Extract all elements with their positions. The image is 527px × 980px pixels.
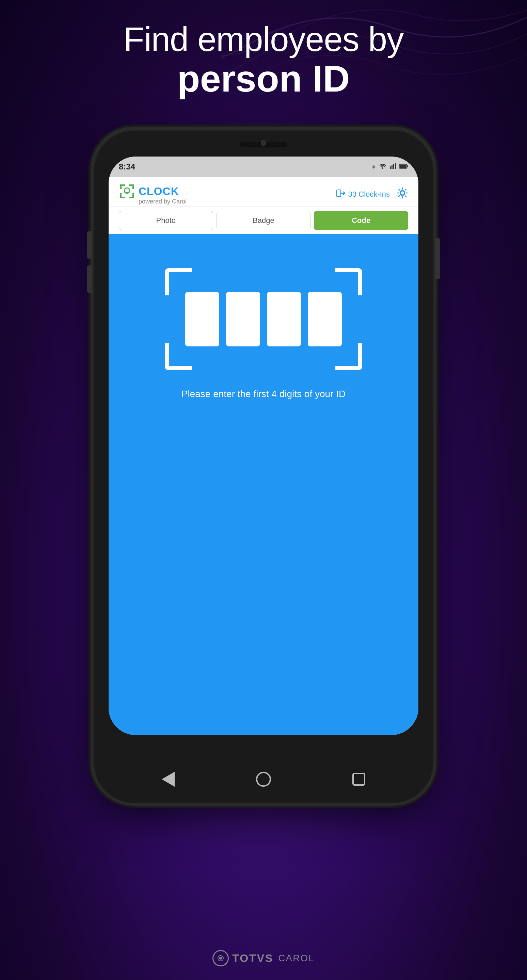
nav-home-button[interactable]: [253, 769, 274, 789]
header-line1: Find employees by: [0, 21, 527, 58]
corner-tr: [335, 268, 362, 295]
clock-scan-icon: [119, 183, 135, 199]
back-arrow-icon: [162, 772, 175, 787]
settings-gear-icon[interactable]: [396, 187, 408, 201]
corner-br: [335, 343, 362, 370]
nav-recents-button[interactable]: [349, 769, 369, 789]
svg-rect-1: [390, 166, 391, 169]
app-header-right: 33 Clock-Ins: [336, 187, 408, 201]
header-line2: person ID: [0, 58, 527, 99]
clock-powered-by: powered by Carol: [139, 198, 186, 205]
svg-rect-3: [393, 164, 394, 169]
clock-ins-count: 33 Clock-Ins: [348, 190, 390, 199]
svg-rect-2: [392, 165, 393, 169]
digit-box-2: [226, 292, 260, 347]
battery-icon: [399, 163, 408, 171]
front-camera: [261, 140, 266, 146]
svg-rect-15: [129, 197, 134, 198]
clock-app-title: CLOCK: [139, 185, 179, 198]
status-icons: ⌖: [372, 163, 408, 171]
scan-frame-container: [165, 268, 362, 370]
clock-ins-badge: 33 Clock-Ins: [336, 189, 390, 200]
clock-logo-row: CLOCK: [119, 183, 179, 199]
home-circle-icon: [256, 772, 271, 787]
volume-up-button: [87, 231, 92, 259]
app-content: Please enter the first 4 digits of your …: [108, 234, 419, 735]
signal-icon: [390, 163, 396, 171]
nav-back-button[interactable]: [158, 769, 178, 789]
svg-point-18: [128, 189, 129, 191]
app-header: CLOCK powered by Carol: [108, 177, 419, 207]
app-header-top: CLOCK powered by Carol: [119, 183, 408, 205]
phone-screen: 8:34 ⌖: [108, 156, 419, 735]
wifi-icon: [379, 163, 386, 171]
id-entry-prompt: Please enter the first 4 digits of your …: [182, 387, 345, 401]
svg-rect-7: [400, 165, 406, 168]
svg-point-20: [400, 191, 404, 195]
recents-square-icon: [352, 773, 365, 786]
svg-rect-6: [407, 165, 408, 167]
phone-shell: 8:34 ⌖: [93, 129, 434, 803]
svg-rect-11: [132, 185, 134, 189]
tab-photo[interactable]: Photo: [119, 211, 213, 230]
corner-bl: [165, 343, 192, 370]
svg-rect-9: [120, 185, 121, 189]
svg-point-17: [126, 189, 127, 191]
status-time: 8:34: [119, 162, 135, 172]
volume-down-button: [87, 266, 92, 293]
digit-boxes: [185, 292, 342, 347]
clock-logo: CLOCK powered by Carol: [119, 183, 186, 205]
svg-rect-4: [395, 163, 396, 169]
svg-point-22: [219, 957, 222, 959]
totvs-logo: TOTVS: [212, 950, 273, 966]
digit-box-1: [185, 292, 219, 347]
bottom-branding: TOTVS CAROL: [0, 950, 527, 966]
totvs-logo-circle: [212, 950, 229, 966]
tab-code[interactable]: Code: [314, 211, 408, 230]
location-icon: ⌖: [372, 163, 376, 171]
phone-nav-bar: [93, 769, 434, 789]
power-button: [435, 238, 440, 279]
header-section: Find employees by person ID: [0, 21, 527, 99]
corner-tl: [165, 268, 192, 295]
carol-text: CAROL: [278, 953, 314, 964]
status-bar: 8:34 ⌖: [108, 156, 419, 177]
tab-badge[interactable]: Badge: [217, 211, 311, 230]
svg-point-0: [382, 168, 383, 169]
id-scan-frame: [165, 268, 362, 370]
totvs-text: TOTVS: [232, 952, 273, 965]
digit-box-3: [267, 292, 301, 347]
digit-box-4: [308, 292, 342, 347]
phone-mockup: 8:34 ⌖: [93, 129, 434, 844]
tab-bar: Photo Badge Code: [108, 207, 419, 234]
clockin-icon: [336, 189, 345, 200]
svg-rect-13: [120, 197, 125, 198]
svg-rect-19: [337, 190, 341, 197]
